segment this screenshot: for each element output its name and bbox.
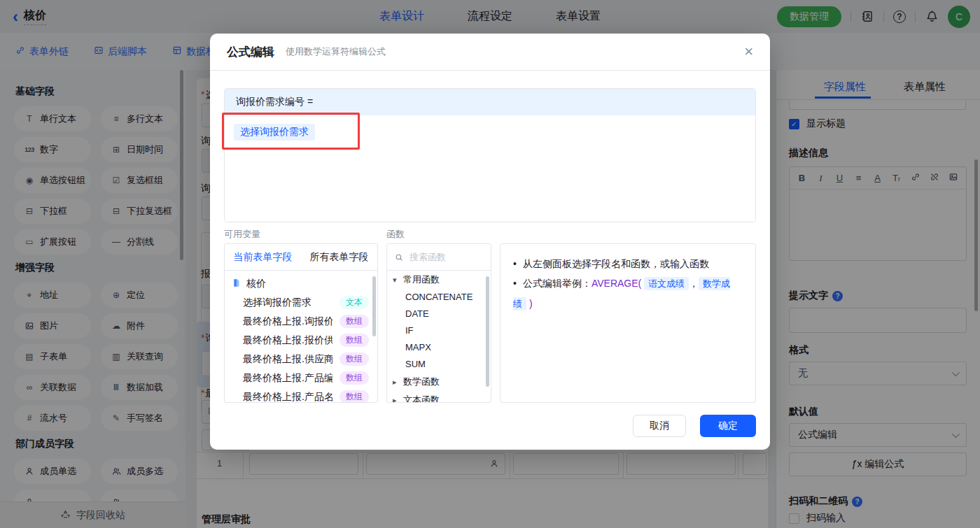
title-input-partial[interactable]	[789, 100, 966, 110]
back-icon[interactable]: ‹	[13, 10, 18, 24]
tab-field-properties[interactable]: 字段属性	[824, 80, 866, 94]
variable-row[interactable]: 最终价格上报.供应商...数组	[225, 350, 377, 369]
bold-icon[interactable]: B	[792, 173, 811, 183]
bell-icon[interactable]	[925, 10, 939, 24]
field-recycle-bin[interactable]: 字段回收站	[0, 501, 186, 528]
edit-formula-button[interactable]: ƒx 编辑公式	[789, 452, 967, 476]
right-sidebar-scrollbar[interactable]	[974, 159, 978, 311]
function-item[interactable]: MAPX	[387, 339, 491, 356]
nav-tab-1[interactable]: 表单设计	[379, 9, 424, 24]
scan-input-checkbox-row[interactable]: 扫码输入	[789, 512, 846, 525]
subform-cell-input[interactable]	[366, 453, 505, 475]
field-type-button[interactable]: ⊞日期时间	[101, 137, 178, 162]
hint-help-icon[interactable]: ?	[832, 291, 843, 301]
field-type-button[interactable]: T单行文本	[14, 106, 91, 131]
function-group[interactable]: ▸数学函数	[387, 373, 491, 391]
function-item[interactable]: CONCATENATE	[387, 289, 491, 306]
toolbar-link[interactable]: 表单外链	[15, 45, 69, 58]
subform-cell-input[interactable]	[249, 453, 358, 475]
link-icon[interactable]	[906, 172, 925, 184]
field-type-button[interactable]: —分割线	[101, 229, 178, 255]
field-type-button[interactable]: ⊟下拉复选框	[101, 199, 178, 224]
font-size-icon[interactable]: Tr	[887, 173, 906, 183]
nav-tab-2[interactable]: 流程设定	[468, 9, 512, 24]
app-title: 核价	[24, 8, 46, 25]
subform-cell-input[interactable]	[626, 453, 736, 475]
permission-icon	[172, 45, 182, 57]
close-icon[interactable]: ×	[744, 44, 753, 59]
function-item[interactable]: SUM	[387, 356, 491, 373]
show-title-checkbox-row[interactable]: ✓ 显示标题	[789, 117, 846, 130]
field-type-button[interactable]: ⊕定位	[101, 283, 178, 308]
field-type-button[interactable]: ∞关联数据	[14, 375, 91, 400]
field-type-button[interactable]: ☑复选框组	[101, 168, 178, 193]
field-type-button[interactable]: Ⅲ数据加载	[101, 375, 178, 400]
variables-tab-2[interactable]: 所有表单字段	[301, 244, 377, 270]
top-navbar: ‹ 核价 表单设计流程设定表单设置 数据管理 ? C	[0, 0, 980, 33]
function-item[interactable]: IF	[387, 322, 491, 339]
functions-scrollbar[interactable]	[486, 276, 489, 387]
font-color-icon[interactable]: A	[868, 173, 887, 183]
format-select[interactable]: 无	[789, 362, 967, 385]
help-icon[interactable]: ?	[893, 10, 906, 23]
image-icon[interactable]	[944, 172, 962, 184]
function-item[interactable]: DATE	[387, 306, 491, 322]
underline-icon[interactable]: U	[830, 173, 849, 183]
variable-row[interactable]: 最终价格上报.产品编号数组	[225, 369, 377, 387]
variable-row[interactable]: 选择询报价需求文本	[225, 293, 377, 312]
function-search[interactable]: 搜索函数	[387, 244, 491, 271]
field-type-button[interactable]: ✎手写签名	[101, 406, 178, 431]
checkbox-checked-icon[interactable]: ✓	[789, 119, 799, 129]
avatar[interactable]: C	[948, 6, 970, 28]
description-editor[interactable]: BIU≡ATr	[789, 166, 967, 261]
nav-tab-3[interactable]: 表单设置	[556, 9, 601, 24]
field-type-button[interactable]: ⊟下拉框	[14, 199, 91, 224]
field-type-button[interactable]: 图片	[14, 313, 91, 338]
subform-row-index: 1	[217, 458, 222, 469]
formula-field-chip[interactable]: 选择询报价需求	[234, 124, 315, 141]
left-sidebar-scrollbar[interactable]	[180, 70, 183, 260]
subform-cell-input[interactable]	[743, 453, 766, 475]
scan-help-icon[interactable]: ?	[852, 497, 862, 507]
field-type-button[interactable]: ⌖地址	[14, 283, 91, 308]
field-type-button[interactable]: ▥关联查询	[101, 344, 178, 369]
variables-form-node[interactable]: 核价	[225, 275, 377, 293]
align-icon[interactable]: ≡	[849, 173, 868, 183]
hint-text-input[interactable]	[789, 308, 967, 333]
variable-row[interactable]: 最终价格上报.报价供...数组	[225, 331, 377, 350]
function-group[interactable]: ▾常用函数	[387, 271, 491, 289]
field-type-button[interactable]: ◉单选按钮组	[14, 168, 91, 193]
variable-row[interactable]: 最终价格上报.询报价...数组	[225, 312, 377, 331]
field-type-button[interactable]: ≡多行文本	[101, 106, 178, 131]
confirm-button[interactable]: 确定	[700, 415, 756, 437]
contacts-book-icon[interactable]	[860, 10, 874, 24]
function-group[interactable]: ▸文本函数	[387, 391, 491, 403]
section-title: 基础字段	[15, 85, 186, 98]
field-type-button[interactable]: ▭扩展按钮	[14, 229, 91, 255]
variable-type-badge: 数组	[340, 315, 369, 328]
subform-cell-input[interactable]	[513, 453, 619, 475]
field-type-button[interactable]: 成员多选	[101, 459, 178, 484]
default-value-select[interactable]: 公式编辑	[789, 423, 967, 447]
serial-icon: #	[24, 413, 35, 423]
checkbox-unchecked-icon[interactable]	[789, 513, 799, 524]
unlink-icon[interactable]	[925, 172, 944, 184]
format-value: 无	[798, 367, 808, 380]
field-type-button[interactable]: ☁附件	[101, 313, 178, 338]
variables-tab-1[interactable]: 当前表单字段	[225, 244, 301, 270]
field-type-button[interactable]: 123数字	[14, 137, 91, 162]
toolbar-link[interactable]: 后端脚本	[94, 45, 147, 58]
data-manage-button[interactable]: 数据管理	[777, 6, 841, 27]
variables-scrollbar[interactable]	[372, 276, 376, 336]
toolbar-link[interactable]: 数据权	[172, 45, 216, 58]
variable-row[interactable]: 最终价格上报.产品名称数组	[225, 387, 377, 403]
field-type-button[interactable]: 成员单选	[14, 459, 91, 484]
default-value: 公式编辑	[798, 429, 837, 441]
field-type-button[interactable]: #流水号	[14, 406, 91, 431]
formula-editor-area[interactable]: 选择询报价需求	[225, 115, 755, 222]
field-type-label: 复选框组	[127, 174, 163, 187]
field-type-button[interactable]: ▤子表单	[14, 344, 91, 369]
italic-icon[interactable]: I	[811, 173, 830, 184]
tab-form-properties[interactable]: 表单属性	[904, 80, 946, 94]
cancel-button[interactable]: 取消	[633, 415, 686, 437]
